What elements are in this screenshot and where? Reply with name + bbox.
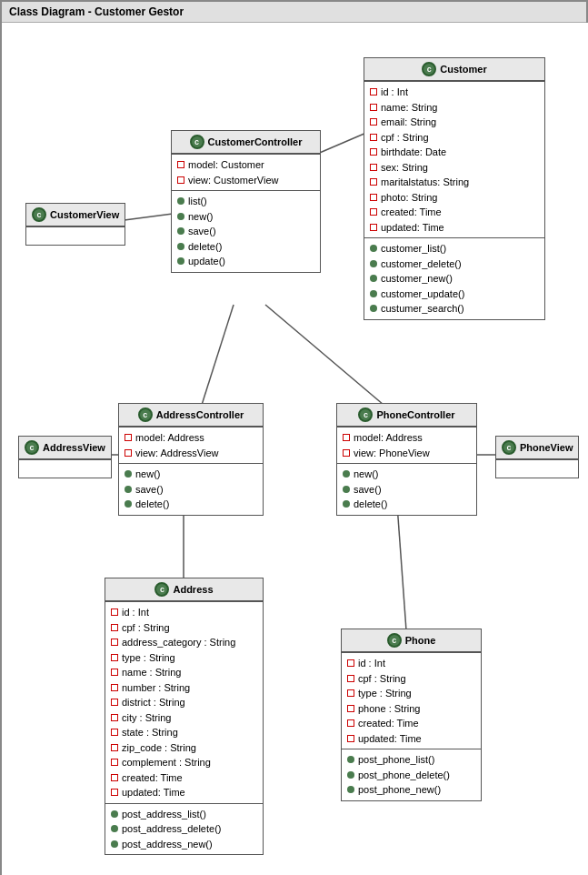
attr-item: cpf : String bbox=[111, 620, 257, 636]
class-CustomerView-header: c CustomerView bbox=[26, 204, 125, 226]
method-item: new() bbox=[343, 467, 471, 482]
class-badge: c bbox=[387, 633, 402, 648]
method-item: save() bbox=[343, 482, 471, 498]
method-item: post_address_new() bbox=[111, 837, 257, 852]
class-Address: c Address id : Int cpf : String address_… bbox=[105, 578, 264, 855]
attr-item: birthdate: Date bbox=[370, 145, 539, 160]
class-Phone-name: Phone bbox=[405, 635, 436, 646]
class-CustomerController-attrs: model: Customer view: CustomerView bbox=[172, 154, 320, 190]
method-item: list() bbox=[177, 194, 314, 209]
class-AddressController-header: c AddressController bbox=[119, 404, 263, 427]
class-CustomerController-name: CustomerController bbox=[208, 136, 303, 147]
attr-item: email: String bbox=[370, 115, 539, 130]
window: Class Diagram - Customer Gestor c Cus bbox=[0, 0, 588, 875]
method-item: post_address_list() bbox=[111, 807, 257, 822]
attr-item: phone : String bbox=[347, 701, 475, 717]
attr-item: name : String bbox=[111, 665, 257, 680]
attr-item: model: Customer bbox=[177, 157, 314, 173]
class-badge: c bbox=[32, 207, 46, 222]
method-item: customer_list() bbox=[370, 241, 539, 256]
attr-item: updated: Time bbox=[370, 220, 539, 236]
method-item: customer_update() bbox=[370, 287, 539, 302]
title-bar: Class Diagram - Customer Gestor bbox=[2, 2, 586, 23]
method-item: delete() bbox=[343, 497, 471, 512]
class-Customer-header: c Customer bbox=[364, 58, 544, 81]
class-Customer: c Customer id : Int name: String email: … bbox=[364, 57, 545, 320]
class-Address-attrs: id : Int cpf : String address_category :… bbox=[105, 601, 263, 803]
class-PhoneController-methods: new() save() delete() bbox=[337, 463, 476, 515]
class-PhoneView-name: PhoneView bbox=[520, 442, 573, 453]
method-item: delete() bbox=[177, 239, 314, 255]
attr-item: type : String bbox=[347, 686, 475, 701]
class-AddressController-methods: new() save() delete() bbox=[119, 463, 263, 515]
class-AddressView-name: AddressView bbox=[43, 442, 105, 453]
class-badge: c bbox=[358, 407, 373, 422]
class-PhoneView: c PhoneView bbox=[495, 436, 579, 478]
method-item: post_address_delete() bbox=[111, 821, 257, 837]
class-Phone-methods: post_phone_list() post_phone_delete() po… bbox=[342, 749, 481, 800]
attr-item: number : String bbox=[111, 680, 257, 696]
attr-item: state : String bbox=[111, 725, 257, 740]
class-CustomerController: c CustomerController model: Customer vie… bbox=[171, 130, 321, 273]
svg-line-2 bbox=[202, 305, 234, 405]
class-Address-methods: post_address_list() post_address_delete(… bbox=[105, 803, 263, 855]
class-CustomerView: c CustomerView bbox=[25, 203, 125, 246]
attr-item: id : Int bbox=[370, 85, 539, 100]
method-item: post_phone_new() bbox=[347, 782, 475, 798]
window-title: Class Diagram - Customer Gestor bbox=[9, 5, 184, 18]
class-AddressView-body bbox=[19, 459, 111, 478]
method-item: post_phone_delete() bbox=[347, 768, 475, 783]
attr-item: city : String bbox=[111, 710, 257, 726]
method-item: customer_new() bbox=[370, 271, 539, 287]
attr-item: complement : String bbox=[111, 755, 257, 770]
class-AddressView-header: c AddressView bbox=[19, 437, 111, 459]
class-PhoneController-attrs: model: Address view: PhoneView bbox=[337, 427, 476, 463]
attr-item: model: Address bbox=[343, 430, 471, 446]
method-item: save() bbox=[177, 224, 314, 239]
method-item: update() bbox=[177, 254, 314, 269]
class-PhoneView-body bbox=[496, 459, 578, 478]
svg-line-7 bbox=[397, 505, 406, 630]
attr-item: district : String bbox=[111, 695, 257, 710]
class-badge: c bbox=[25, 440, 39, 455]
attr-item: maritalstatus: String bbox=[370, 175, 539, 190]
attr-item: view: CustomerView bbox=[177, 173, 314, 188]
class-AddressView: c AddressView bbox=[18, 436, 112, 478]
class-PhoneController-name: PhoneController bbox=[376, 409, 454, 420]
class-CustomerView-body bbox=[26, 226, 125, 245]
class-Customer-attrs: id : Int name: String email: String cpf … bbox=[364, 81, 544, 237]
class-Customer-name: Customer bbox=[440, 64, 486, 75]
attr-item: updated: Time bbox=[347, 731, 475, 747]
class-Phone-attrs: id : Int cpf : String type : String phon… bbox=[342, 652, 481, 749]
class-badge: c bbox=[154, 582, 169, 597]
attr-item: zip_code : String bbox=[111, 740, 257, 756]
method-item: delete() bbox=[125, 497, 257, 512]
class-Phone: c Phone id : Int cpf : String type : Str… bbox=[341, 629, 482, 801]
class-AddressController-attrs: model: Address view: AddressView bbox=[119, 427, 263, 463]
class-CustomerController-methods: list() new() save() delete() update() bbox=[172, 190, 320, 272]
method-item: customer_delete() bbox=[370, 256, 539, 272]
attr-item: created: Time bbox=[111, 770, 257, 786]
attr-item: id : Int bbox=[347, 656, 475, 671]
attr-item: name: String bbox=[370, 100, 539, 116]
class-Phone-header: c Phone bbox=[342, 629, 481, 652]
attr-item: id : Int bbox=[111, 605, 257, 620]
class-Customer-methods: customer_list() customer_delete() custom… bbox=[364, 237, 544, 319]
method-item: custumer_search() bbox=[370, 301, 539, 317]
attr-item: cpf : String bbox=[347, 671, 475, 687]
method-item: post_phone_list() bbox=[347, 752, 475, 768]
attr-item: created: Time bbox=[347, 716, 475, 731]
class-AddressController: c AddressController model: Address view:… bbox=[118, 403, 264, 516]
class-Address-header: c Address bbox=[105, 578, 263, 601]
method-item: save() bbox=[125, 482, 257, 498]
class-CustomerView-name: CustomerView bbox=[50, 209, 119, 220]
class-badge: c bbox=[190, 135, 204, 149]
attr-item: created: Time bbox=[370, 205, 539, 220]
method-item: new() bbox=[177, 209, 314, 225]
class-PhoneController: c PhoneController model: Address view: P… bbox=[336, 403, 477, 516]
class-PhoneView-header: c PhoneView bbox=[496, 437, 578, 459]
attr-item: view: AddressView bbox=[125, 446, 257, 461]
class-AddressController-name: AddressController bbox=[156, 409, 244, 420]
class-badge: c bbox=[138, 407, 153, 422]
class-Address-name: Address bbox=[173, 584, 213, 595]
